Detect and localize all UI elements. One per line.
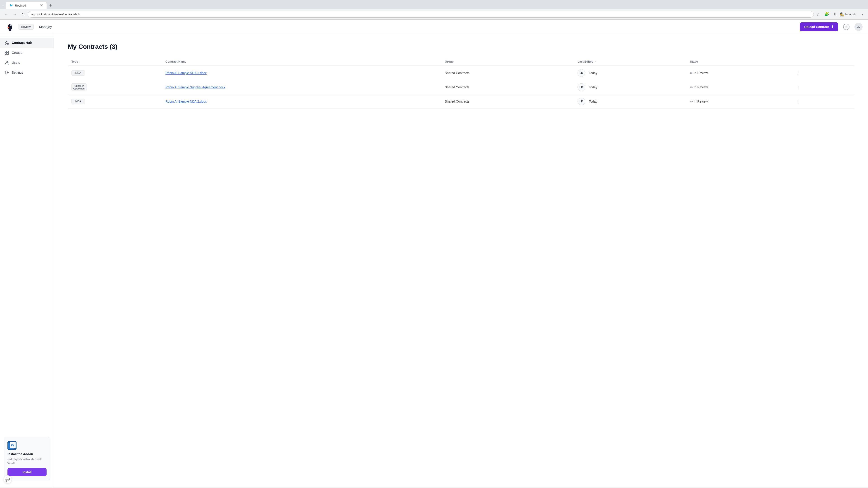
contract-link-2[interactable]: Robin AI Sample Supplier Agreement.docx [165,86,225,89]
row-2-last-edited: LD Today [574,80,686,94]
col-group: Group [441,58,574,66]
download-button[interactable]: ⬇ [832,11,837,18]
col-last-edited[interactable]: Last Edited ↑ [574,58,686,66]
app-wrapper: Review Moodjoy Upload Contract ⬆ ? LD Co… [0,20,868,487]
avatar-badge-1: LD [578,69,585,77]
user-avatar[interactable]: LD [855,23,863,31]
contract-link-1[interactable]: Robin AI Sample NDA 1.docx [165,71,207,75]
svg-text:W: W [11,443,14,447]
new-tab-button[interactable]: + [48,2,54,9]
type-badge-supplier: Supplier Agreement [71,84,87,91]
more-options-button-1[interactable]: ⋮ [794,69,802,76]
address-bar [28,11,814,18]
browser-chrome: ⌄ 🐦 Robin AI ✕ + ← → ↻ ☆ 🧩 ⬇ 🕵 Incognito… [0,0,868,20]
address-bar-input[interactable] [31,13,810,16]
row-3-group: Shared Contracts [441,94,574,109]
type-badge-nda-1: NDA [71,70,85,76]
addin-description: Get Reports within Microsoft Word! [7,457,46,465]
sidebar-label-users: Users [12,61,20,64]
row-1-contract-name: Robin AI Sample NDA 1.docx [162,66,441,80]
addin-card: W Install the Add-in Get Reports within … [4,437,51,480]
last-edited-cell-3: LD Today [578,98,683,105]
row-2-group: Shared Contracts [441,80,574,94]
row-2-more: ⋮ [790,80,855,94]
edit-icon-1: ✏ [690,71,693,75]
svg-point-10 [6,72,7,73]
tab-list-chevron[interactable]: ⌄ [2,4,4,7]
app-header: Review Moodjoy Upload Contract ⬆ ? LD [0,20,868,34]
svg-rect-5 [5,51,6,53]
avatar-badge-3: LD [578,98,585,105]
settings-icon [4,70,9,75]
row-3-more: ⋮ [790,94,855,109]
help-button[interactable]: ? [842,22,851,31]
more-options-button-2[interactable]: ⋮ [794,84,802,91]
chat-bubble-button[interactable]: 💬 [4,475,12,484]
tab-title: Robin AI [15,4,38,7]
help-icon: ? [843,24,849,30]
review-badge: Review [18,24,34,30]
col-actions [790,58,855,66]
contracts-table: Type Contract Name Group Last Edited ↑ S… [68,58,855,109]
active-tab: 🐦 Robin AI ✕ [6,2,46,9]
forward-button[interactable]: → [11,11,18,18]
tab-close-button[interactable]: ✕ [40,4,43,7]
edit-icon-2: ✏ [690,85,693,90]
row-2-stage: ✏ In Review [686,80,790,94]
table-body: NDA Robin AI Sample NDA 1.docx Shared Co… [68,66,855,109]
upload-contract-button[interactable]: Upload Contract ⬆ [800,22,838,31]
sidebar: Contract Hub Groups [0,34,54,487]
sidebar-nav: Contract Hub Groups [0,38,54,433]
sidebar-item-settings[interactable]: Settings [0,68,54,77]
row-1-more: ⋮ [790,66,855,80]
addin-install-button[interactable]: Install [7,468,46,476]
sidebar-label-contract-hub: Contract Hub [12,41,32,44]
row-1-type: NDA [68,66,162,80]
incognito-indicator: 🕵 Incognito [840,12,857,17]
row-1-stage: ✏ In Review [686,66,790,80]
table-header: Type Contract Name Group Last Edited ↑ S… [68,58,855,66]
company-name: Moodjoy [39,25,52,29]
page-title: My Contracts (3) [68,43,855,51]
svg-point-3 [11,24,11,25]
sidebar-item-contract-hub[interactable]: Contract Hub [0,38,54,48]
groups-icon [4,51,9,55]
toolbar-actions: ☆ 🧩 ⬇ 🕵 Incognito ⋮ [815,11,865,18]
row-3-contract-name: Robin AI Sample NDA 2.docx [162,94,441,109]
main-area: Contract Hub Groups [0,34,868,487]
svg-rect-6 [7,51,8,53]
browser-toolbar: ← → ↻ ☆ 🧩 ⬇ 🕵 Incognito ⋮ [0,9,868,20]
reload-button[interactable]: ↻ [20,11,26,18]
col-type: Type [68,58,162,66]
stage-cell-1: ✏ In Review [690,71,786,75]
row-2-type: Supplier Agreement [68,80,162,94]
sidebar-item-groups[interactable]: Groups [0,48,54,58]
sidebar-item-users[interactable]: Users [0,58,54,68]
main-content: My Contracts (3) Type Contract Name Grou… [54,34,868,487]
svg-point-9 [6,61,8,63]
row-3-stage: ✏ In Review [686,94,790,109]
addin-title: Install the Add-in [7,452,46,456]
extensions-button[interactable]: 🧩 [823,11,830,18]
robin-logo-icon [5,22,14,31]
more-options-button-3[interactable]: ⋮ [794,98,802,105]
table-row: NDA Robin AI Sample NDA 2.docx Shared Co… [68,94,855,109]
edit-icon-3: ✏ [690,99,693,104]
incognito-icon: 🕵 [840,12,844,17]
users-icon [4,60,9,65]
home-icon [4,40,9,45]
sidebar-label-settings: Settings [12,71,23,74]
avatar-badge-2: LD [578,84,585,91]
svg-point-4 [8,29,11,31]
table-row: Supplier Agreement Robin AI Sample Suppl… [68,80,855,94]
back-button[interactable]: ← [3,11,9,18]
last-edited-cell-2: LD Today [578,84,683,91]
last-edited-cell-1: LD Today [578,69,683,77]
stage-cell-3: ✏ In Review [690,99,786,104]
menu-button[interactable]: ⋮ [860,11,865,18]
row-3-last-edited: LD Today [574,94,686,109]
row-1-group: Shared Contracts [441,66,574,80]
bookmark-button[interactable]: ☆ [815,11,821,18]
browser-tabs: ⌄ 🐦 Robin AI ✕ + [0,0,868,9]
contract-link-3[interactable]: Robin AI Sample NDA 2.docx [165,100,207,103]
